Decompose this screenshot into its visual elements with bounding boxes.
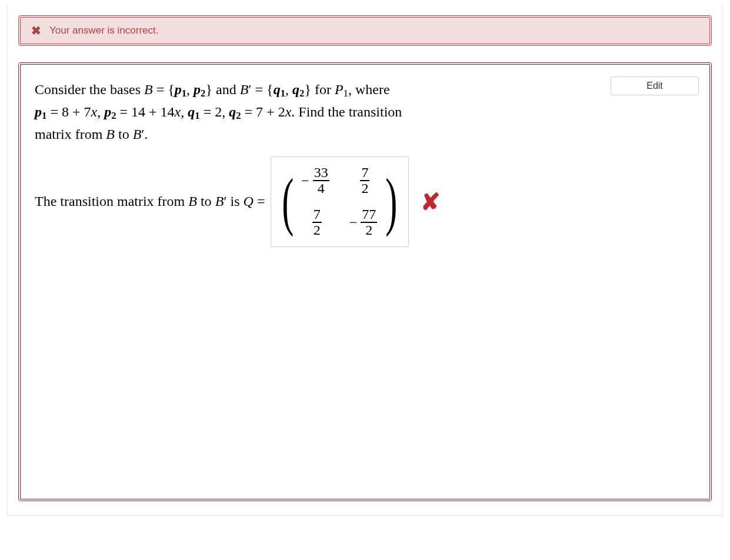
text: = { (252, 82, 274, 97)
text: = 2, (200, 104, 229, 119)
text: = 7 + 2 (241, 104, 285, 119)
text: = 8 + 7 (46, 104, 91, 119)
edit-button[interactable]: Edit (611, 76, 699, 95)
text: . Find the transition (291, 104, 402, 119)
fraction: 7 2 (360, 165, 369, 196)
var-Bprime: B′ (215, 194, 227, 209)
text: , (285, 82, 292, 97)
var-x: x (285, 104, 292, 119)
text: , (186, 82, 194, 97)
numerator: 7 (312, 207, 322, 222)
numerator: 77 (361, 207, 377, 222)
wrong-icon: ✘ (421, 184, 441, 220)
var-p2: p2 (194, 82, 205, 97)
var-q1: q1 (274, 82, 285, 97)
question-panel: Consider the bases B = {p1, p2} and B′ =… (18, 62, 712, 501)
text: , (181, 104, 188, 119)
text: . (145, 126, 148, 142)
question-header: Consider the bases B = {p1, p2} and B′ =… (31, 75, 699, 475)
var-x: x (175, 104, 181, 119)
answer-input-box[interactable]: ( − 33 4 (271, 156, 408, 247)
var-p1: p1 (175, 82, 186, 97)
denominator: 4 (316, 181, 326, 196)
denominator: 2 (364, 223, 374, 238)
text: to (197, 194, 215, 209)
var-Bprime: B′ (240, 82, 252, 97)
var-Bprime: B′ (133, 126, 145, 142)
text: = 14 + 14 (116, 104, 175, 119)
var-q2: q2 (229, 104, 241, 119)
text: to (115, 126, 133, 142)
matrix-cell-0-0: − 33 4 (301, 165, 331, 196)
matrix-grid: − 33 4 (299, 161, 381, 243)
text: = (254, 194, 265, 209)
var-x: x (91, 104, 97, 119)
var-Q: Q (244, 194, 254, 209)
var-p2: p2 (104, 104, 116, 119)
text: = { (153, 82, 175, 97)
fraction: 77 2 (361, 207, 377, 238)
text: , (97, 104, 104, 119)
text: } and (205, 82, 239, 97)
text: Consider the bases (35, 82, 144, 97)
text: , where (348, 82, 390, 97)
text: is (227, 194, 244, 209)
text: The transition matrix from (35, 194, 188, 209)
answer-label: The transition matrix from B to B′ is Q … (35, 191, 265, 212)
question-body-wrap: Consider the bases B = {p1, p2} and B′ =… (31, 75, 596, 475)
x-icon: ✖ (31, 25, 41, 36)
fraction: 7 2 (312, 207, 322, 238)
var-p1: p1 (35, 104, 46, 119)
question-line-3: matrix from B to B′. (35, 124, 593, 145)
text: matrix from (35, 126, 106, 142)
var-B: B (144, 82, 153, 97)
var-q1: q1 (188, 104, 199, 119)
page: ✖ Your answer is incorrect. Consider the… (7, 5, 723, 516)
denominator: 2 (360, 181, 369, 196)
denominator: 2 (312, 223, 322, 238)
var-q2: q2 (292, 82, 304, 97)
var-B: B (188, 194, 197, 209)
var-P1: P1 (335, 82, 348, 97)
left-paren: ( (282, 161, 294, 243)
matrix-cell-0-1: 7 2 (349, 165, 379, 196)
matrix-cell-1-1: − 77 2 (349, 207, 379, 238)
right-paren: ) (385, 161, 397, 243)
question-line-2: p1 = 8 + 7x, p2 = 14 + 14x, q1 = 2, q2 =… (35, 101, 593, 124)
alert-message: Your answer is incorrect. (49, 25, 159, 36)
question-line-1: Consider the bases B = {p1, p2} and B′ =… (35, 79, 593, 101)
minus: − (349, 212, 358, 234)
var-B: B (106, 126, 115, 142)
question-body: Consider the bases B = {p1, p2} and B′ =… (31, 75, 596, 475)
answer-row: The transition matrix from B to B′ is Q … (35, 156, 593, 247)
fraction: 33 4 (313, 165, 329, 196)
matrix-cell-1-0: 7 2 (301, 207, 331, 238)
numerator: 33 (313, 165, 329, 180)
minus: − (301, 170, 309, 192)
numerator: 7 (360, 165, 369, 180)
text: } for (304, 82, 335, 97)
answer-matrix: ( − 33 4 (277, 161, 402, 243)
incorrect-alert: ✖ Your answer is incorrect. (18, 15, 712, 46)
